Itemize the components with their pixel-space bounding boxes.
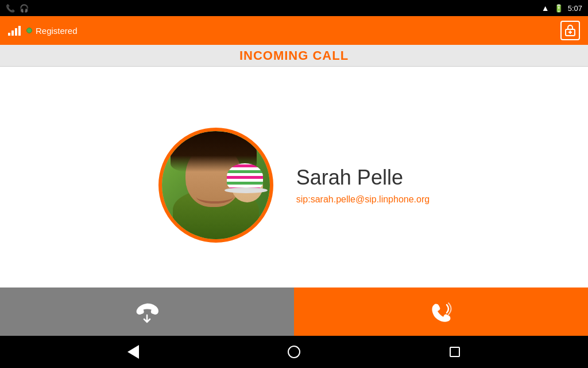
registered-badge: Registered [26, 26, 78, 36]
action-bar [0, 288, 588, 336]
avatar-photo [162, 131, 270, 239]
app-bar: Registered [0, 16, 588, 45]
home-icon [288, 346, 300, 358]
back-icon [127, 345, 139, 359]
contact-name: Sarah Pelle [296, 166, 430, 190]
phone-status-icon: 📞 [6, 4, 15, 13]
accept-icon [428, 299, 454, 324]
contact-sip: sip:sarah.pelle@sip.linphone.org [296, 194, 430, 205]
battery-icon: 🔋 [554, 4, 563, 13]
incoming-call-banner: INCOMING CALL [0, 45, 588, 67]
recent-button[interactable] [443, 340, 466, 363]
contact-info: Sarah Pelle sip:sarah.pelle@sip.linphone… [296, 166, 430, 205]
back-button[interactable] [122, 340, 145, 363]
main-content: Sarah Pelle sip:sarah.pelle@sip.linphone… [0, 67, 588, 304]
home-button[interactable] [283, 340, 305, 363]
decline-button[interactable] [0, 288, 294, 336]
signal-bars-icon [8, 25, 21, 36]
status-bar: 📞 🎧 ▲ 🔋 5:07 [0, 0, 588, 16]
lock-icon[interactable] [560, 21, 580, 40]
incoming-call-title: INCOMING CALL [239, 48, 349, 63]
wifi-icon: ▲ [541, 3, 550, 13]
nav-bar [0, 336, 588, 368]
recent-icon [450, 347, 460, 357]
accept-button[interactable] [294, 288, 588, 336]
registered-dot [26, 28, 32, 33]
avatar [158, 128, 273, 243]
headset-icon: 🎧 [20, 4, 29, 13]
decline-icon [134, 299, 160, 324]
time-display: 5:07 [568, 4, 582, 13]
registered-label: Registered [36, 26, 78, 36]
